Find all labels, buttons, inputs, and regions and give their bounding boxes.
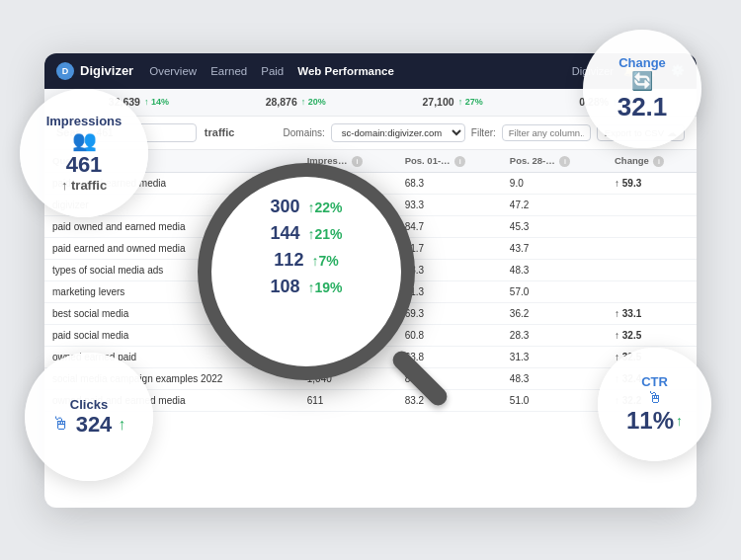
mag-val-2: 144	[270, 223, 299, 244]
stat-change-3: ↑ 27%	[458, 97, 483, 107]
impressions-value: 461	[66, 152, 103, 178]
clicks-up-icon: ↑	[118, 416, 125, 434]
domains-select[interactable]: sc-domain:digivizer.com	[331, 123, 465, 142]
logo-text: Digivizer	[80, 63, 133, 78]
change-value: 32.1	[618, 92, 668, 122]
td-pos28: 45.3	[502, 215, 607, 237]
info-icon-pos28[interactable]: i	[559, 156, 570, 167]
td-pos01: 69.3	[397, 302, 502, 324]
mag-change-1: ↑22%	[308, 200, 343, 215]
td-pos01: 68.3	[397, 172, 502, 194]
col-pos28: Pos. 28-… i	[502, 150, 607, 173]
td-change: ↑ 59.3	[607, 172, 697, 194]
stat-value-2: 28,876	[266, 96, 297, 108]
bubble-impressions: Impressions 👥 461 ↑ traffic	[20, 89, 148, 217]
stat-change-1: ↑ 14%	[144, 97, 169, 107]
td-pos01: 83.2	[397, 389, 502, 411]
ctr-icon: 🖱	[647, 389, 663, 407]
stat-item-3: 27,100 ↑ 27%	[423, 96, 483, 108]
td-pos01: 84.7	[397, 215, 502, 237]
mag-row-4: 108 ↑19%	[225, 277, 387, 297]
td-change	[607, 215, 697, 237]
td-pos28: 51.0	[502, 389, 607, 411]
td-pos28: 31.3	[502, 346, 607, 367]
impressions-icon: 👥	[72, 128, 97, 152]
mag-change-3: ↑7%	[311, 253, 338, 269]
td-change: ↑ 32.5	[607, 324, 697, 346]
td-pos28: 9.0	[502, 172, 607, 194]
bubble-change: Change 🔄 32.1	[583, 30, 701, 148]
td-change	[607, 194, 697, 215]
nav-web-performance[interactable]: Web Performance	[297, 65, 394, 77]
filter-input[interactable]	[502, 124, 591, 141]
mag-row-3: 112 ↑7%	[225, 250, 387, 271]
col-change: Change i	[607, 150, 697, 173]
td-pos28: 48.3	[502, 367, 607, 389]
change-icon: 🔄	[631, 70, 653, 92]
nav-earned[interactable]: Earned	[210, 65, 247, 77]
domains-label: Domains:	[284, 127, 325, 138]
magnifier-content: 300 ↑22% 144 ↑21% 112 ↑7% 108 ↑19%	[211, 177, 401, 366]
nav-logo: D Digivizer	[56, 62, 133, 80]
nav-overview[interactable]: Overview	[149, 65, 197, 77]
logo-icon: D	[56, 62, 74, 80]
traffic-label: traffic	[205, 126, 235, 138]
change-label: Change	[618, 55, 666, 70]
filter-label: Filter:	[471, 127, 496, 138]
ctr-up-icon: ↑	[676, 413, 683, 429]
clicks-value: 324	[76, 412, 113, 438]
mag-change-4: ↑19%	[308, 280, 343, 295]
td-pos01: 60.8	[397, 324, 502, 346]
mag-val-3: 112	[274, 250, 303, 271]
td-pos28: 48.3	[502, 259, 607, 280]
td-change	[607, 237, 697, 259]
magnifier-overlay: 300 ↑22% 144 ↑21% 112 ↑7% 108 ↑19%	[198, 163, 415, 380]
clicks-icon: 🖱	[52, 414, 70, 435]
td-change	[607, 280, 697, 302]
nav-items: Overview Earned Paid Web Performance	[149, 65, 556, 77]
stat-value-3: 27,100	[423, 96, 454, 108]
page-wrapper: D Digivizer Overview Earned Paid Web Per…	[0, 0, 741, 560]
td-impressions: 611	[299, 389, 397, 411]
col-pos01: Pos. 01-… i	[397, 150, 502, 173]
stat-item-2: 28,876 ↑ 20%	[266, 96, 326, 108]
mag-val-4: 108	[270, 277, 299, 297]
stat-change-2: ↑ 20%	[301, 97, 326, 107]
td-pos28: 47.2	[502, 194, 607, 215]
info-icon-pos01[interactable]: i	[454, 156, 465, 167]
bubble-clicks: Clicks 🖱 324 ↑	[25, 353, 153, 481]
impressions-label: Impressions	[46, 114, 123, 128]
mag-val-1: 300	[270, 197, 299, 217]
mag-row-2: 144 ↑21%	[225, 223, 387, 244]
impressions-sub: ↑ traffic	[61, 178, 107, 193]
nav-paid[interactable]: Paid	[261, 65, 284, 77]
ctr-label: CTR	[641, 374, 668, 389]
info-icon-change[interactable]: i	[653, 156, 664, 167]
td-change	[607, 259, 697, 280]
td-change: ↑ 33.1	[607, 302, 697, 324]
td-pos28: 57.0	[502, 280, 607, 302]
info-icon-imp[interactable]: i	[352, 156, 363, 167]
td-pos28: 43.7	[502, 237, 607, 259]
td-pos01: 93.3	[397, 194, 502, 215]
clicks-label: Clicks	[70, 397, 108, 412]
td-pos28: 36.2	[502, 302, 607, 324]
ctr-value: 11%	[626, 407, 674, 435]
td-pos28: 28.3	[502, 324, 607, 346]
mag-change-2: ↑21%	[308, 226, 343, 242]
mag-row-1: 300 ↑22%	[225, 197, 387, 217]
bubble-ctr: CTR 🖱 11% ↑	[598, 348, 711, 461]
